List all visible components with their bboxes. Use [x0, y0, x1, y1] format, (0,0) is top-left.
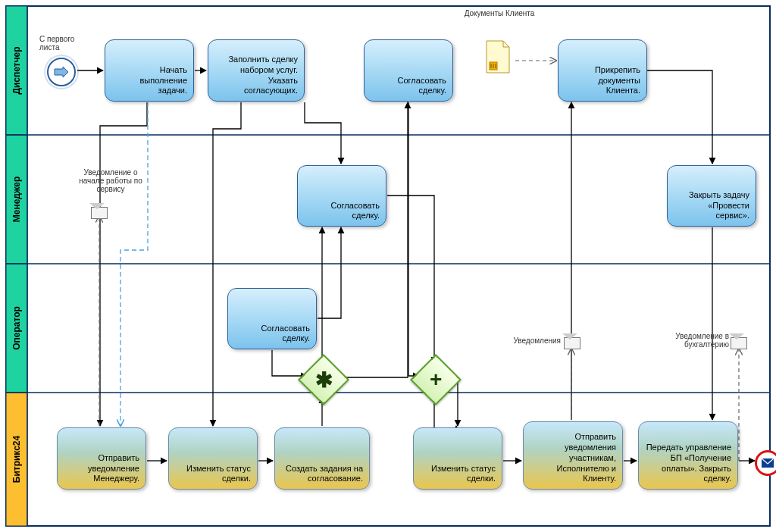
task-fill-deal[interactable]: Заполнить сделку набором услуг. Указать … — [208, 39, 305, 102]
bpmn-diagram: Диспетчер Менеджер Оператор Битрикс24 С … — [0, 0, 776, 532]
task-approve-deal-manager[interactable]: Согласовать сделку. — [297, 165, 386, 227]
envelope-icon-accounting — [729, 333, 749, 353]
task-notify-manager[interactable]: Отправить уведомление Менеджеру. — [57, 427, 146, 490]
anno-from-first-sheet: С первого листа — [39, 35, 92, 52]
message-event-icon — [89, 203, 109, 223]
anno-notifications: Уведомления — [500, 336, 561, 345]
task-attach-docs[interactable]: Прикрепить документы Клиента. — [558, 39, 647, 102]
lane-label-bitrix: Битрикс24 — [6, 393, 27, 526]
task-close-service[interactable]: Закрыть задачу «Провести сервис». — [667, 165, 756, 227]
envelope-icon-notifications — [562, 333, 582, 353]
document-artifact-icon — [482, 39, 514, 76]
task-approve-deal-operator[interactable]: Согласовать сделку. — [227, 288, 317, 349]
anno-notify-start: Уведомление о начале работы по сервису — [73, 168, 149, 193]
task-approve-deal-dispatcher[interactable]: Согласовать сделку. — [364, 39, 453, 102]
anno-client-docs: Документы Клиента — [458, 9, 541, 17]
task-change-status-2[interactable]: Изменить статус сделки. — [413, 427, 502, 490]
task-handover-payment-bp[interactable]: Передать управление БП «Получение оплаты… — [638, 421, 738, 490]
lane-label-dispatcher: Диспетчер — [6, 6, 27, 135]
task-start-work[interactable]: Начать выполнение задачи. — [105, 39, 194, 102]
task-change-status-1[interactable]: Изменить статус сделки. — [168, 427, 258, 490]
lane-label-operator: Оператор — [6, 264, 27, 393]
task-create-approval-tasks[interactable]: Создать задания на согласование. — [274, 427, 370, 490]
anno-notify-accounting: Уведомление в бухгалтерию — [659, 332, 729, 349]
link-start-event[interactable] — [47, 58, 76, 86]
lane-label-manager: Менеджер — [6, 135, 27, 264]
task-send-notifications[interactable]: Отправить уведомления участникам, Исполн… — [523, 421, 623, 490]
end-message-event[interactable] — [755, 450, 776, 476]
